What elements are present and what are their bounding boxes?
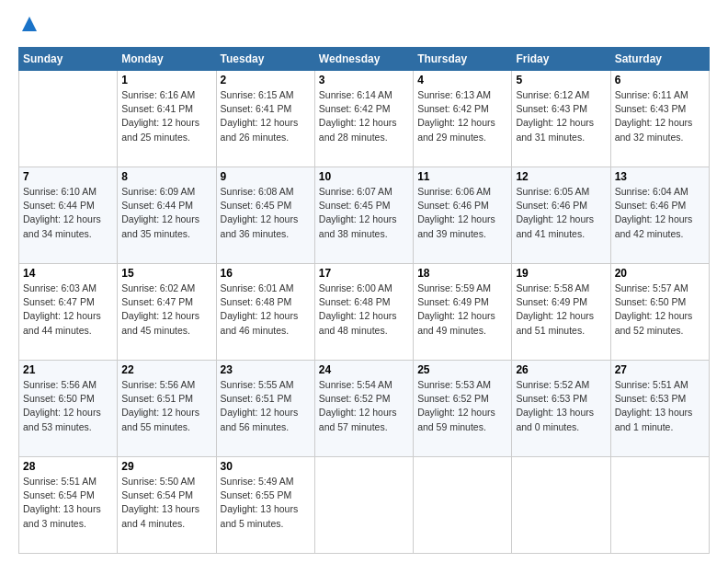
day-detail: Sunrise: 5:57 AMSunset: 6:50 PMDaylight:… <box>615 282 693 336</box>
calendar-cell: 6Sunrise: 6:11 AMSunset: 6:43 PMDaylight… <box>610 71 709 167</box>
calendar-table: SundayMondayTuesdayWednesdayThursdayFrid… <box>18 47 710 554</box>
day-detail: Sunrise: 6:07 AMSunset: 6:45 PMDaylight:… <box>319 186 397 239</box>
day-detail: Sunrise: 6:11 AMSunset: 6:43 PMDaylight:… <box>615 89 693 143</box>
calendar-cell: 24Sunrise: 5:54 AMSunset: 6:52 PMDayligh… <box>314 361 413 457</box>
day-detail: Sunrise: 5:58 AMSunset: 6:49 PMDaylight:… <box>516 282 594 336</box>
day-number: 19 <box>516 267 606 280</box>
day-detail: Sunrise: 6:13 AMSunset: 6:42 PMDaylight:… <box>417 89 495 143</box>
calendar-cell <box>512 457 610 554</box>
calendar-cell: 14Sunrise: 6:03 AMSunset: 6:47 PMDayligh… <box>19 264 118 361</box>
day-detail: Sunrise: 6:04 AMSunset: 6:46 PMDaylight:… <box>615 186 693 239</box>
calendar-cell: 7Sunrise: 6:10 AMSunset: 6:44 PMDaylight… <box>19 167 118 264</box>
day-number: 21 <box>23 363 113 376</box>
day-detail: Sunrise: 5:56 AMSunset: 6:51 PMDaylight:… <box>121 379 199 432</box>
col-header-saturday: Saturday <box>610 48 709 71</box>
day-detail: Sunrise: 6:12 AMSunset: 6:43 PMDaylight:… <box>516 89 594 143</box>
day-detail: Sunrise: 6:10 AMSunset: 6:44 PMDaylight:… <box>23 186 101 239</box>
day-detail: Sunrise: 5:50 AMSunset: 6:54 PMDaylight:… <box>121 476 199 529</box>
day-detail: Sunrise: 6:03 AMSunset: 6:47 PMDaylight:… <box>23 282 101 336</box>
calendar-cell: 30Sunrise: 5:49 AMSunset: 6:55 PMDayligh… <box>216 457 314 554</box>
calendar-row-0: 1Sunrise: 6:16 AMSunset: 6:41 PMDaylight… <box>19 71 710 167</box>
calendar-row-2: 14Sunrise: 6:03 AMSunset: 6:47 PMDayligh… <box>19 264 710 361</box>
day-detail: Sunrise: 6:16 AMSunset: 6:41 PMDaylight:… <box>121 89 199 143</box>
logo <box>18 15 39 38</box>
day-number: 9 <box>221 170 311 183</box>
day-detail: Sunrise: 5:59 AMSunset: 6:49 PMDaylight:… <box>417 282 495 336</box>
day-detail: Sunrise: 5:54 AMSunset: 6:52 PMDaylight:… <box>319 379 397 432</box>
calendar-cell: 5Sunrise: 6:12 AMSunset: 6:43 PMDaylight… <box>512 71 610 167</box>
day-number: 7 <box>23 170 113 183</box>
day-detail: Sunrise: 6:15 AMSunset: 6:41 PMDaylight:… <box>221 89 299 143</box>
day-number: 10 <box>319 170 409 183</box>
logo-content <box>18 15 39 38</box>
col-header-friday: Friday <box>512 48 610 71</box>
day-number: 11 <box>417 170 507 183</box>
day-detail: Sunrise: 6:09 AMSunset: 6:44 PMDaylight:… <box>121 186 199 239</box>
day-number: 4 <box>417 74 507 86</box>
calendar-cell: 4Sunrise: 6:13 AMSunset: 6:42 PMDaylight… <box>414 71 512 167</box>
calendar-cell: 8Sunrise: 6:09 AMSunset: 6:44 PMDaylight… <box>118 167 216 264</box>
day-number: 23 <box>221 363 311 376</box>
day-number: 2 <box>221 74 311 86</box>
col-header-tuesday: Tuesday <box>216 48 314 71</box>
calendar-cell: 9Sunrise: 6:08 AMSunset: 6:45 PMDaylight… <box>216 167 314 264</box>
col-header-sunday: Sunday <box>19 48 118 71</box>
calendar-cell: 27Sunrise: 5:51 AMSunset: 6:53 PMDayligh… <box>610 361 709 457</box>
day-number: 17 <box>319 267 409 280</box>
calendar-row-4: 28Sunrise: 5:51 AMSunset: 6:54 PMDayligh… <box>19 457 710 554</box>
day-number: 26 <box>516 363 606 376</box>
day-detail: Sunrise: 6:02 AMSunset: 6:47 PMDaylight:… <box>121 282 199 336</box>
logo-icon <box>20 15 39 33</box>
day-detail: Sunrise: 5:52 AMSunset: 6:53 PMDaylight:… <box>516 379 594 432</box>
day-number: 8 <box>121 170 211 183</box>
day-detail: Sunrise: 5:53 AMSunset: 6:52 PMDaylight:… <box>417 379 495 432</box>
day-detail: Sunrise: 5:49 AMSunset: 6:55 PMDaylight:… <box>221 476 299 529</box>
day-number: 5 <box>516 74 606 86</box>
day-number: 13 <box>615 170 705 183</box>
day-detail: Sunrise: 5:56 AMSunset: 6:50 PMDaylight:… <box>23 379 101 432</box>
day-number: 22 <box>121 363 211 376</box>
calendar-cell: 16Sunrise: 6:01 AMSunset: 6:48 PMDayligh… <box>216 264 314 361</box>
calendar-cell: 1Sunrise: 6:16 AMSunset: 6:41 PMDaylight… <box>118 71 216 167</box>
day-number: 16 <box>221 267 311 280</box>
day-detail: Sunrise: 6:08 AMSunset: 6:45 PMDaylight:… <box>221 186 299 239</box>
day-number: 18 <box>417 267 507 280</box>
calendar-cell: 21Sunrise: 5:56 AMSunset: 6:50 PMDayligh… <box>19 361 118 457</box>
day-detail: Sunrise: 5:55 AMSunset: 6:51 PMDaylight:… <box>221 379 299 432</box>
calendar-cell: 2Sunrise: 6:15 AMSunset: 6:41 PMDaylight… <box>216 71 314 167</box>
calendar-cell: 20Sunrise: 5:57 AMSunset: 6:50 PMDayligh… <box>610 264 709 361</box>
day-number: 30 <box>221 460 311 473</box>
day-number: 20 <box>615 267 705 280</box>
col-header-monday: Monday <box>118 48 216 71</box>
calendar-cell: 28Sunrise: 5:51 AMSunset: 6:54 PMDayligh… <box>19 457 118 554</box>
calendar-cell: 22Sunrise: 5:56 AMSunset: 6:51 PMDayligh… <box>118 361 216 457</box>
calendar-cell: 13Sunrise: 6:04 AMSunset: 6:46 PMDayligh… <box>610 167 709 264</box>
calendar-cell: 23Sunrise: 5:55 AMSunset: 6:51 PMDayligh… <box>216 361 314 457</box>
calendar-cell: 11Sunrise: 6:06 AMSunset: 6:46 PMDayligh… <box>414 167 512 264</box>
calendar-cell: 3Sunrise: 6:14 AMSunset: 6:42 PMDaylight… <box>314 71 413 167</box>
day-number: 15 <box>121 267 211 280</box>
day-number: 6 <box>615 74 705 86</box>
page-header <box>18 15 710 38</box>
col-header-thursday: Thursday <box>414 48 512 71</box>
day-number: 28 <box>23 460 113 473</box>
calendar-cell <box>314 457 413 554</box>
calendar-cell: 10Sunrise: 6:07 AMSunset: 6:45 PMDayligh… <box>314 167 413 264</box>
day-detail: Sunrise: 6:05 AMSunset: 6:46 PMDaylight:… <box>516 186 594 239</box>
day-detail: Sunrise: 6:14 AMSunset: 6:42 PMDaylight:… <box>319 89 397 143</box>
calendar-cell: 29Sunrise: 5:50 AMSunset: 6:54 PMDayligh… <box>118 457 216 554</box>
col-header-wednesday: Wednesday <box>314 48 413 71</box>
day-number: 1 <box>121 74 211 86</box>
day-detail: Sunrise: 6:00 AMSunset: 6:48 PMDaylight:… <box>319 282 397 336</box>
day-detail: Sunrise: 6:06 AMSunset: 6:46 PMDaylight:… <box>417 186 495 239</box>
calendar-cell <box>610 457 709 554</box>
calendar-cell: 26Sunrise: 5:52 AMSunset: 6:53 PMDayligh… <box>512 361 610 457</box>
day-detail: Sunrise: 6:01 AMSunset: 6:48 PMDaylight:… <box>221 282 299 336</box>
day-number: 29 <box>121 460 211 473</box>
calendar-cell: 17Sunrise: 6:00 AMSunset: 6:48 PMDayligh… <box>314 264 413 361</box>
calendar-row-1: 7Sunrise: 6:10 AMSunset: 6:44 PMDaylight… <box>19 167 710 264</box>
day-number: 25 <box>417 363 507 376</box>
calendar-cell <box>19 71 118 167</box>
calendar-cell: 18Sunrise: 5:59 AMSunset: 6:49 PMDayligh… <box>414 264 512 361</box>
svg-marker-0 <box>22 17 37 31</box>
